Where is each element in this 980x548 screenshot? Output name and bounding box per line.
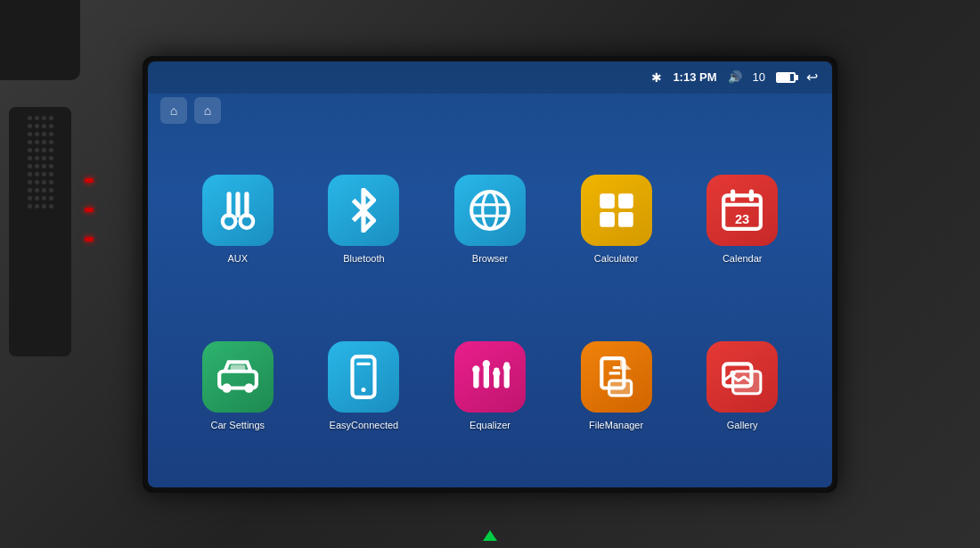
led-indicators bbox=[85, 178, 94, 241]
svg-point-20 bbox=[244, 383, 253, 392]
svg-rect-34 bbox=[608, 380, 631, 396]
app-icon-file-manager bbox=[581, 341, 652, 413]
svg-point-24 bbox=[362, 388, 366, 392]
status-bar: ✱ 1:13 PM 🔊 10 ↩ bbox=[148, 61, 832, 94]
vent-left bbox=[0, 0, 80, 80]
svg-text:23: 23 bbox=[735, 212, 749, 226]
app-icon-easy-connected bbox=[328, 341, 399, 413]
car-surround: ✱ 1:13 PM 🔊 10 ↩ ⌂ ⌂ AUXBluetoothBrowser… bbox=[0, 0, 980, 548]
app-grid: AUXBluetoothBrowserCalculator23CalendarC… bbox=[148, 127, 832, 487]
home-button-1[interactable]: ⌂ bbox=[160, 97, 187, 124]
app-item-file-manager[interactable]: FileManager bbox=[553, 303, 680, 470]
svg-point-30 bbox=[483, 360, 490, 367]
app-label-car-settings: Car Settings bbox=[211, 420, 265, 430]
app-label-calculator: Calculator bbox=[594, 253, 639, 264]
app-item-car-settings[interactable]: Car Settings bbox=[175, 303, 301, 470]
battery-icon bbox=[776, 72, 796, 83]
app-item-calendar[interactable]: 23Calendar bbox=[679, 136, 805, 303]
home-bar: ⌂ ⌂ bbox=[148, 94, 832, 127]
app-label-calendar: Calendar bbox=[723, 253, 763, 264]
svg-point-31 bbox=[493, 370, 500, 377]
app-item-gallery[interactable]: Gallery bbox=[679, 303, 805, 470]
app-item-browser[interactable]: Browser bbox=[427, 136, 553, 303]
app-item-easy-connected[interactable]: EasyConnected bbox=[301, 303, 428, 470]
app-icon-equalizer bbox=[454, 341, 526, 413]
svg-point-19 bbox=[222, 383, 231, 392]
svg-rect-10 bbox=[618, 193, 633, 209]
volume-level: 10 bbox=[753, 70, 765, 84]
app-icon-browser bbox=[454, 175, 526, 246]
svg-point-6 bbox=[483, 192, 498, 229]
app-label-bluetooth: Bluetooth bbox=[343, 253, 384, 264]
screen-bezel: ✱ 1:13 PM 🔊 10 ↩ ⌂ ⌂ AUXBluetoothBrowser… bbox=[143, 56, 837, 493]
app-icon-gallery bbox=[706, 341, 778, 413]
app-label-easy-connected: EasyConnected bbox=[330, 420, 399, 430]
svg-point-29 bbox=[472, 366, 479, 373]
status-right: ✱ 1:13 PM 🔊 10 ↩ bbox=[651, 69, 818, 86]
app-icon-bluetooth bbox=[328, 175, 399, 246]
app-icon-calculator bbox=[581, 175, 652, 246]
svg-rect-12 bbox=[618, 212, 633, 227]
bluetooth-status-icon: ✱ bbox=[651, 70, 662, 85]
volume-icon: 🔊 bbox=[728, 70, 742, 84]
led-1 bbox=[85, 178, 94, 183]
app-label-equalizer: Equalizer bbox=[470, 420, 510, 430]
svg-rect-21 bbox=[230, 364, 245, 371]
svg-rect-9 bbox=[600, 193, 615, 209]
app-item-calculator[interactable]: Calculator bbox=[553, 136, 680, 303]
app-label-aux: AUX bbox=[227, 253, 248, 264]
app-item-equalizer[interactable]: Equalizer bbox=[427, 303, 553, 470]
app-label-browser: Browser bbox=[472, 253, 508, 264]
home-button-2[interactable]: ⌂ bbox=[194, 97, 221, 124]
battery-fill bbox=[778, 74, 790, 81]
status-time: 1:13 PM bbox=[673, 70, 716, 84]
app-label-gallery: Gallery bbox=[727, 420, 758, 430]
app-label-file-manager: FileManager bbox=[589, 420, 643, 430]
screen: ✱ 1:13 PM 🔊 10 ↩ ⌂ ⌂ AUXBluetoothBrowser… bbox=[148, 61, 832, 487]
svg-rect-1 bbox=[235, 192, 240, 217]
svg-point-5 bbox=[471, 192, 509, 229]
app-item-bluetooth[interactable]: Bluetooth bbox=[301, 136, 428, 303]
svg-rect-11 bbox=[600, 212, 615, 227]
svg-point-32 bbox=[503, 364, 510, 371]
led-3 bbox=[85, 237, 94, 241]
led-2 bbox=[85, 208, 94, 212]
app-icon-calendar: 23 bbox=[706, 175, 778, 246]
svg-rect-38 bbox=[733, 372, 761, 394]
app-icon-aux bbox=[202, 175, 274, 246]
app-icon-car-settings bbox=[202, 341, 274, 413]
bottom-indicator bbox=[483, 530, 497, 541]
speaker-left bbox=[9, 107, 71, 356]
app-item-aux[interactable]: AUX bbox=[175, 136, 301, 303]
back-icon[interactable]: ↩ bbox=[806, 69, 818, 86]
